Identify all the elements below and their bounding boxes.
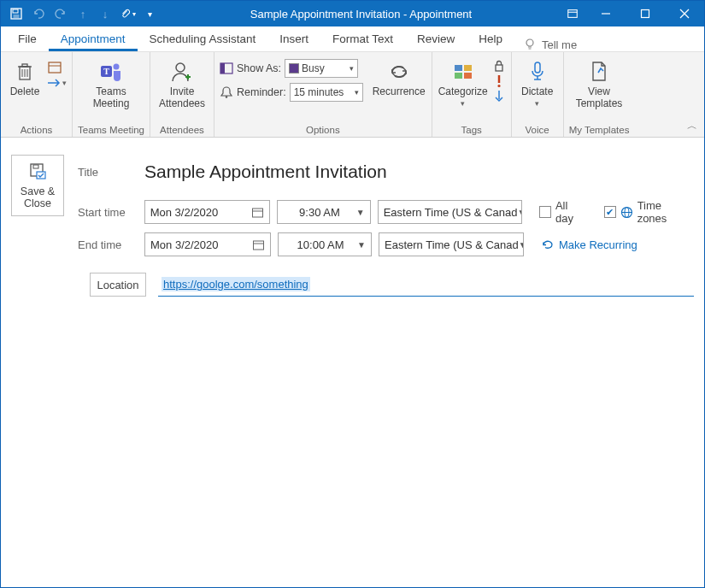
svg-rect-30 <box>464 65 472 71</box>
start-time-label: Start time <box>78 206 138 219</box>
svg-point-35 <box>497 85 500 87</box>
make-recurring-link[interactable]: Make Recurring <box>541 238 637 251</box>
window-title: Sample Appointment Invitation - Appointm… <box>158 8 564 21</box>
group-tags: Categorize ▾ Tags <box>432 52 512 137</box>
appointment-form: Save & Close Title Sample Appointment In… <box>1 138 704 276</box>
group-voice: Dictate ▾ Voice <box>512 52 564 137</box>
private-icon[interactable] <box>492 59 506 73</box>
categorize-icon <box>453 57 473 86</box>
end-date-field[interactable]: Mon 3/2/2020 <box>144 232 271 256</box>
calendar-icon <box>251 206 264 219</box>
all-day-checkbox[interactable]: All day <box>539 199 589 225</box>
tab-scheduling[interactable]: Scheduling Assistant <box>138 27 268 51</box>
start-time-field[interactable]: 9:30 AM ▼ <box>277 200 371 224</box>
group-options: Show As: Busy ▾ Reminder: 15 minutes ▾ <box>214 52 432 137</box>
attach-icon[interactable]: ▾ <box>119 5 136 22</box>
start-date-field[interactable]: Mon 3/2/2020 <box>144 200 270 224</box>
ribbon-tabs: File Appointment Scheduling Assistant In… <box>1 26 704 52</box>
save-icon[interactable] <box>8 5 25 22</box>
recurrence-button[interactable]: Recurrence <box>372 56 426 100</box>
invite-attendees-button[interactable]: Invite Attendees <box>156 56 209 112</box>
maximize-button[interactable] <box>626 1 665 26</box>
group-label-tags: Tags <box>461 125 482 137</box>
group-label-templates: My Templates <box>569 125 630 137</box>
reminder-label: Reminder: <box>237 86 286 98</box>
svg-rect-42 <box>37 172 45 179</box>
collapse-ribbon-icon[interactable]: ︿ <box>687 119 697 133</box>
minimize-button[interactable] <box>586 1 626 26</box>
group-actions: Delete ▾ Actions <box>1 52 73 137</box>
ribbon: Delete ▾ Actions T Teams Meeting <box>1 52 704 138</box>
end-time-field[interactable]: 10:00 AM ▼ <box>278 232 372 256</box>
group-teams: T Teams Meeting Teams Meeting <box>73 52 150 137</box>
quick-access-toolbar: ↑ ↓ ▾ ▾ <box>8 5 158 22</box>
dictate-button[interactable]: Dictate ▾ <box>517 56 558 109</box>
tab-file[interactable]: File <box>6 27 49 51</box>
reminder-combo[interactable]: 15 minutes ▾ <box>290 83 363 102</box>
forward-small-icon[interactable]: ▾ <box>47 78 67 88</box>
svg-rect-48 <box>254 241 264 250</box>
delete-button[interactable]: Delete <box>6 56 44 100</box>
svg-point-23 <box>176 63 185 72</box>
view-templates-button[interactable]: View Templates <box>573 56 626 112</box>
calendar-small-icon[interactable] <box>47 59 67 74</box>
window-controls <box>586 1 704 26</box>
svg-rect-1 <box>13 9 18 13</box>
tab-format[interactable]: Format Text <box>320 27 405 51</box>
high-importance-icon[interactable] <box>495 74 503 88</box>
svg-rect-37 <box>535 62 540 73</box>
group-label-attendees: Attendees <box>160 125 204 137</box>
qat-customize-icon[interactable]: ▾ <box>141 5 158 22</box>
svg-rect-32 <box>464 73 472 79</box>
showas-combo[interactable]: Busy ▾ <box>285 59 358 78</box>
save-close-button[interactable]: Save & Close <box>11 155 64 216</box>
tab-insert[interactable]: Insert <box>267 27 320 51</box>
svg-rect-29 <box>455 65 462 71</box>
svg-rect-6 <box>642 10 649 18</box>
arrow-down-icon[interactable]: ↓ <box>97 5 114 22</box>
redo-icon[interactable] <box>52 5 69 22</box>
svg-rect-27 <box>220 63 225 74</box>
start-timezone-field[interactable]: Eastern Time (US & Canad ▼ <box>378 200 522 224</box>
teams-meeting-button[interactable]: T Teams Meeting <box>80 56 142 112</box>
end-timezone-field[interactable]: Eastern Time (US & Canad ▼ <box>379 232 524 256</box>
title-bar: ↑ ↓ ▾ ▾ Sample Appointment Invitation - … <box>1 1 704 26</box>
svg-rect-41 <box>33 165 38 168</box>
location-link[interactable]: https://goolge.com/something <box>162 277 310 291</box>
trash-icon <box>16 57 33 86</box>
location-input[interactable]: https://goolge.com/something <box>158 273 694 297</box>
recurrence-small-icon <box>541 238 555 250</box>
tab-help[interactable]: Help <box>467 27 514 51</box>
svg-rect-43 <box>253 209 263 217</box>
svg-text:T: T <box>103 67 109 76</box>
group-label-voice: Voice <box>526 125 549 137</box>
svg-rect-31 <box>455 73 462 79</box>
tell-me-search[interactable]: Tell me <box>523 38 577 51</box>
group-attendees: Invite Attendees Attendees <box>150 52 214 137</box>
categorize-button[interactable]: Categorize ▾ <box>438 56 489 109</box>
location-button[interactable]: Location <box>90 273 146 297</box>
lightbulb-icon <box>523 38 537 51</box>
title-field[interactable]: Sample Appointment Invitation <box>144 162 387 182</box>
timezones-checkbox[interactable]: ✔ Time zones <box>604 199 694 225</box>
showas-icon <box>220 62 233 75</box>
globe-icon <box>620 206 633 219</box>
showas-label: Show As: <box>237 62 281 74</box>
arrow-up-icon[interactable]: ↑ <box>74 5 91 22</box>
group-templates: View Templates My Templates <box>564 52 635 137</box>
low-importance-icon[interactable] <box>494 90 504 103</box>
group-label-options: Options <box>306 125 340 137</box>
person-add-icon <box>171 57 193 86</box>
tab-review[interactable]: Review <box>405 27 467 51</box>
end-time-label: End time <box>78 238 138 251</box>
bell-icon <box>220 85 233 99</box>
undo-icon[interactable] <box>30 5 47 22</box>
svg-rect-2 <box>14 15 20 18</box>
save-close-icon <box>28 162 47 180</box>
svg-rect-18 <box>49 62 61 73</box>
tab-appointment[interactable]: Appointment <box>49 27 138 51</box>
ribbon-display-icon[interactable] <box>564 5 581 22</box>
close-button[interactable] <box>665 1 704 26</box>
svg-point-9 <box>526 39 533 46</box>
group-label-actions: Actions <box>21 125 53 137</box>
